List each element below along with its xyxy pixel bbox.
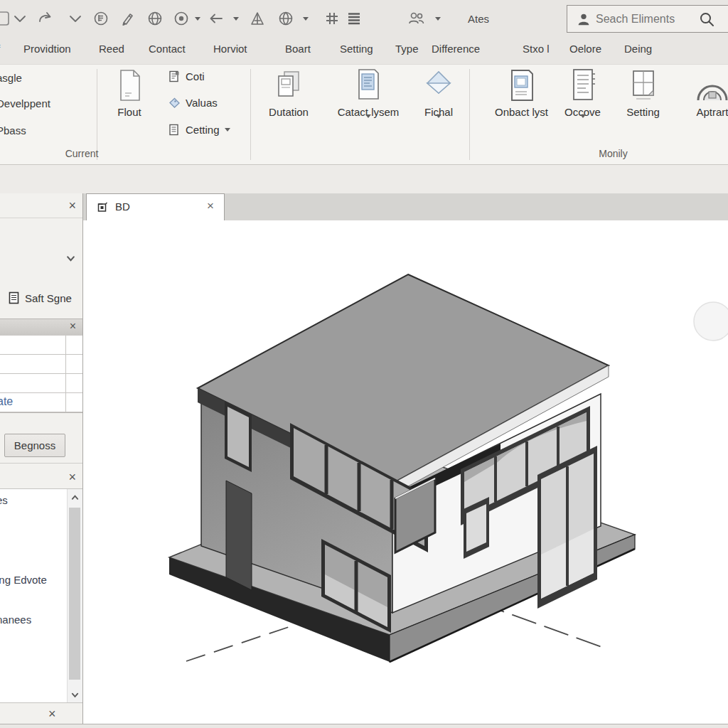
people-icon[interactable] <box>405 10 428 27</box>
list-item[interactable]: nanees <box>0 614 31 626</box>
tag-icon <box>168 97 181 109</box>
ribbon-item-asgle[interactable]: asgle <box>0 72 22 84</box>
partial-app-icon <box>0 10 10 27</box>
panel-header: × <box>0 463 82 489</box>
scrollbar-thumb[interactable] <box>69 508 80 680</box>
cetting-button[interactable]: Cetting <box>168 124 230 136</box>
tab-contact[interactable]: Contact <box>149 43 186 55</box>
table-row[interactable]: ate <box>0 393 82 412</box>
dropdown-caret-icon[interactable] <box>233 17 239 21</box>
list-lines-icon[interactable] <box>346 10 363 27</box>
dropdown-caret-icon[interactable] <box>195 17 200 21</box>
dropdown-caret-icon[interactable] <box>365 114 371 130</box>
document-icon <box>115 68 144 103</box>
tab-providtion[interactable]: Providtion <box>23 43 71 55</box>
ribbon-divider <box>250 69 251 160</box>
group-label-current: Current <box>39 148 124 159</box>
dutation-button[interactable]: Dutation <box>263 68 314 118</box>
grid-hash-icon[interactable] <box>323 10 341 27</box>
search-box[interactable] <box>567 5 728 33</box>
occove-button[interactable]: Occove <box>563 68 602 131</box>
dropdown-caret-icon[interactable] <box>436 114 441 130</box>
table-row[interactable] <box>0 355 82 374</box>
close-icon[interactable]: × <box>48 707 56 720</box>
tab-stxol[interactable]: Stxo l <box>523 43 550 55</box>
tab-oelore[interactable]: Oelore <box>569 43 601 55</box>
ribbon-tab-bar: f Providtion Reed Contact Horviot Boart … <box>0 36 728 65</box>
list-item[interactable]: es <box>0 494 8 506</box>
blue-document-icon <box>354 68 382 103</box>
tab-type[interactable]: Type <box>395 43 419 55</box>
document-lines-icon <box>168 124 181 136</box>
table-row[interactable] <box>0 374 82 393</box>
chevron-down-icon[interactable] <box>67 10 84 27</box>
flout-button[interactable]: Flout <box>108 68 151 118</box>
sphere-icon[interactable] <box>146 10 164 27</box>
left-dock-panel: × Saft Sgne × ate Begnoss × es o ing Edv… <box>0 193 83 724</box>
redo-icon[interactable] <box>37 10 54 27</box>
table-row[interactable] <box>0 336 82 355</box>
tab-setting[interactable]: Setting <box>340 43 373 55</box>
ribbon-divider <box>97 69 97 160</box>
chevron-up-icon[interactable] <box>70 493 80 502</box>
aptrart-label: Aptrart <box>677 106 728 118</box>
stamp-icon[interactable] <box>92 10 109 27</box>
ribbon-panel: asgle Develppent Pbass Flout Coti Valuas… <box>0 65 728 165</box>
globe-icon[interactable] <box>277 10 294 27</box>
browser-list[interactable]: es o ing Edvote nanees <box>0 488 82 703</box>
onbact-lyst-label: Onbact lyst <box>481 106 562 118</box>
tab-boart[interactable]: Boart <box>285 43 311 55</box>
fichal-button[interactable]: Fichal <box>416 68 461 131</box>
catact-lysem-button[interactable]: Catact lysem <box>323 68 413 131</box>
quick-access-toolbar: Ates <box>0 0 728 36</box>
close-icon[interactable]: × <box>70 321 76 332</box>
account-label[interactable]: Ates <box>468 13 489 25</box>
search-input[interactable] <box>594 12 698 26</box>
arch-icon <box>692 68 728 103</box>
triangle-a-icon[interactable] <box>249 10 266 27</box>
scrollbar[interactable] <box>67 489 82 703</box>
valuas-button[interactable]: Valuas <box>168 97 218 109</box>
tab-difference[interactable]: Difference <box>432 43 480 55</box>
close-icon[interactable]: × <box>68 199 76 212</box>
panel-footer: × <box>0 702 82 724</box>
table-header: × <box>0 318 82 336</box>
close-icon[interactable]: × <box>68 471 76 483</box>
arrow-left-icon[interactable] <box>208 10 225 27</box>
chevron-down-icon[interactable] <box>11 10 28 27</box>
aptrart-button[interactable]: Aptrart <box>677 68 728 118</box>
properties-table[interactable]: ate <box>0 336 82 413</box>
view-tab-bd[interactable]: BD × <box>86 193 225 220</box>
person-icon <box>576 11 592 27</box>
tab-reed[interactable]: Reed <box>99 43 124 55</box>
setting-button[interactable]: Setting <box>613 68 673 118</box>
ribbon-bottom-strip <box>0 165 728 193</box>
status-strip <box>0 724 728 728</box>
ribbon-item-pbass[interactable]: Pbass <box>0 124 26 136</box>
table-column-divider <box>65 336 66 412</box>
coti-label: Coti <box>186 70 205 82</box>
circle-dot-icon[interactable] <box>173 10 190 27</box>
tab-deing[interactable]: Deing <box>624 43 652 55</box>
list-item[interactable]: ing Edvote <box>0 574 47 586</box>
pencil-icon[interactable] <box>119 10 136 27</box>
duplicate-pages-icon <box>274 68 304 103</box>
coti-button[interactable]: Coti <box>168 70 205 82</box>
view-tab-label: BD <box>115 200 130 213</box>
dropdown-caret-icon[interactable] <box>225 128 230 132</box>
begnoss-button[interactable]: Begnoss <box>4 434 65 457</box>
drawing-canvas[interactable] <box>83 220 728 724</box>
dropdown-caret-icon[interactable] <box>303 17 309 21</box>
close-icon[interactable]: × <box>207 200 214 212</box>
document-list-icon <box>569 68 596 103</box>
onbact-lyst-button[interactable]: Onbact lyst <box>481 68 562 118</box>
dropdown-caret-icon[interactable] <box>580 114 586 130</box>
tab-horviot[interactable]: Horviot <box>213 43 247 55</box>
dropdown-caret-icon[interactable] <box>435 17 441 21</box>
search-icon[interactable] <box>698 11 715 28</box>
chevron-down-icon[interactable] <box>70 690 80 700</box>
ribbon-item-develppent[interactable]: Develppent <box>0 97 50 109</box>
chevron-down-icon[interactable] <box>65 253 76 264</box>
table-cell-value: ate <box>0 395 13 408</box>
saved-item[interactable]: Saft Sgne <box>9 291 72 304</box>
